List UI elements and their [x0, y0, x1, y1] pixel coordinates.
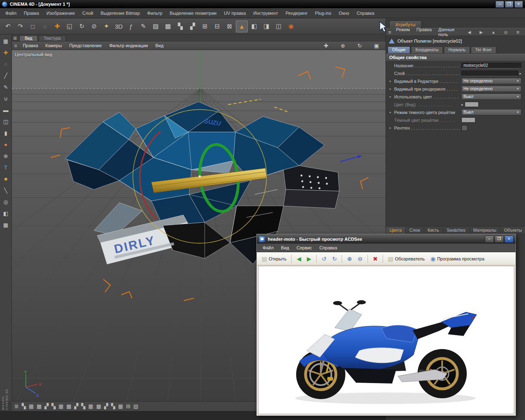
- rotate-tool-icon[interactable]: ↻: [76, 21, 88, 32]
- grid-array-icon[interactable]: ▦: [1, 37, 11, 46]
- vp-menu-display[interactable]: Представление: [66, 43, 105, 48]
- menu-plugins[interactable]: Plug-ins: [311, 11, 335, 16]
- axis-lock-icon[interactable]: ⊘: [88, 21, 100, 32]
- tab-coordinates[interactable]: Координаты: [411, 46, 443, 54]
- tab-phong[interactable]: Тег Фонг: [471, 46, 496, 54]
- forward-icon[interactable]: ▶: [476, 30, 486, 34]
- vp-menu-filter[interactable]: Фильтр индикации: [105, 43, 152, 48]
- checker-icon[interactable]: ▩: [162, 21, 174, 32]
- menu-help[interactable]: Справка: [353, 11, 378, 16]
- maximize-button[interactable]: ❐: [505, 1, 514, 8]
- uv-checker-icon[interactable]: ▚: [174, 21, 186, 32]
- minimize-button[interactable]: –: [495, 1, 504, 8]
- function-icon[interactable]: ƒ: [125, 21, 137, 32]
- open-button[interactable]: ▤Открыть: [259, 254, 289, 264]
- quad-view-icon[interactable]: ◫: [273, 21, 285, 32]
- split-right-icon[interactable]: ◨: [260, 21, 272, 32]
- layer-arrow-icon[interactable]: ▸: [519, 71, 521, 75]
- move-tool-icon[interactable]: ✚: [1, 48, 11, 57]
- texture-slot-15[interactable]: ⊞: [126, 403, 130, 409]
- acdsee-maximize-button[interactable]: ❐: [495, 235, 504, 243]
- tab-colors[interactable]: Цвета: [386, 227, 406, 234]
- pen-icon[interactable]: ✎: [1, 82, 11, 92]
- undo-icon[interactable]: ↶: [2, 21, 14, 32]
- layer-field[interactable]: [461, 71, 518, 76]
- tab-materials[interactable]: Материалы: [470, 227, 500, 234]
- texture-slot-3[interactable]: ▩: [37, 403, 41, 409]
- tab-layers[interactable]: Слои: [406, 227, 424, 234]
- texture-slot-8[interactable]: ▞: [74, 403, 78, 409]
- needle-icon[interactable]: ╲: [1, 186, 11, 195]
- texture-slot-7[interactable]: ▩: [66, 403, 71, 409]
- delete-button[interactable]: ✖: [370, 254, 380, 264]
- fill-icon[interactable]: ▮: [1, 128, 11, 138]
- vp-menu-cameras[interactable]: Камеры: [42, 43, 66, 48]
- menu-render[interactable]: Рендеринг: [282, 11, 311, 16]
- texture-slot-12[interactable]: ▞: [104, 403, 108, 409]
- vp-menu-edit[interactable]: Правка: [19, 43, 41, 48]
- tab-general[interactable]: Общие: [388, 46, 410, 54]
- acdsee-title-bar[interactable]: ◉ header-moto - Быстрый просмотр ACDSee …: [257, 234, 516, 244]
- texture-slot-11[interactable]: ▩: [96, 403, 101, 409]
- uv-grid-icon[interactable]: ▞: [187, 21, 199, 32]
- texture-slot-1[interactable]: ▚: [22, 403, 26, 409]
- menu-uv-edit[interactable]: UV правка: [220, 11, 250, 16]
- rotate-left-button[interactable]: ↺: [319, 254, 329, 264]
- text-tool-icon[interactable]: T: [1, 163, 11, 172]
- prev-image-button[interactable]: ◀: [294, 254, 304, 264]
- knife-icon[interactable]: ╱: [1, 71, 11, 80]
- attr-menu-mode[interactable]: Режим: [393, 27, 413, 37]
- attr-menu-userdata[interactable]: Данные поль: [435, 27, 464, 37]
- iron-icon[interactable]: ▬: [1, 105, 11, 115]
- texture-slot-5[interactable]: ▚: [52, 403, 56, 409]
- acdsee-menu-service[interactable]: Сервис: [293, 245, 316, 250]
- browser-button[interactable]: ▤Обозреватель: [386, 254, 427, 264]
- tab-swatches[interactable]: Swatches: [443, 227, 470, 234]
- texture-slot-13[interactable]: ▚: [111, 403, 115, 409]
- menu-filter[interactable]: Фильтр: [144, 11, 166, 16]
- texture-slot-6[interactable]: ▦: [59, 403, 64, 409]
- move-tool-icon[interactable]: ✚: [51, 21, 63, 32]
- layers-icon[interactable]: ≣: [14, 403, 19, 409]
- rotate-right-button[interactable]: ↻: [330, 254, 340, 264]
- name-input[interactable]: [461, 63, 521, 68]
- render-sphere-icon[interactable]: ◉: [285, 21, 297, 32]
- attr-menu-edit[interactable]: Правка: [413, 27, 435, 37]
- acdsee-menu-help[interactable]: Справка: [316, 245, 341, 250]
- close-button[interactable]: ×: [514, 1, 523, 8]
- menu-file[interactable]: Файл: [2, 11, 20, 16]
- back-icon[interactable]: ◀: [465, 30, 475, 34]
- scale-tool-icon[interactable]: ◱: [64, 21, 75, 32]
- next-image-button[interactable]: ▶: [304, 254, 314, 264]
- menu-edit[interactable]: Правка: [20, 11, 43, 16]
- mirror-icon[interactable]: ◫: [1, 117, 11, 126]
- viewer-button[interactable]: ◉Программа просмотра: [428, 254, 486, 264]
- menu-layer[interactable]: Слой: [79, 11, 97, 16]
- uv-tile-icon[interactable]: ⊞: [199, 21, 211, 32]
- acdsee-close-button[interactable]: ×: [504, 235, 514, 243]
- zoom-out-button[interactable]: ⊖: [355, 254, 365, 264]
- tab-brush[interactable]: Кисть: [424, 227, 443, 234]
- tab-objects[interactable]: Объекты: [500, 227, 525, 234]
- star-icon[interactable]: ★: [1, 174, 11, 184]
- pan-view-icon[interactable]: ✚: [319, 43, 333, 49]
- droplet-icon[interactable]: ●: [1, 140, 11, 149]
- texture-slot-14[interactable]: ▦: [118, 403, 123, 409]
- acdsee-minimize-button[interactable]: –: [485, 235, 494, 243]
- toggle-view-icon[interactable]: ▣: [370, 43, 383, 49]
- acdsee-menu-view[interactable]: Вид: [277, 245, 293, 250]
- magnet-icon[interactable]: ∪: [1, 94, 11, 103]
- redo-icon[interactable]: ↷: [14, 21, 26, 32]
- view-3d-icon[interactable]: 3D: [113, 21, 125, 32]
- uv-mapping-icon[interactable]: ⊠: [224, 21, 235, 32]
- use-color-dropdown[interactable]: Выкл ▼: [461, 94, 521, 100]
- lock-icon[interactable]: ◎: [501, 30, 511, 34]
- tab-texture[interactable]: Текстура: [39, 35, 66, 41]
- acdsee-image-view[interactable]: [258, 266, 514, 414]
- menu-geometry-selection[interactable]: Выделение геометрии: [166, 11, 220, 16]
- dark-grid-mode-dropdown[interactable]: Выкл ▼: [461, 109, 521, 115]
- live-select-icon[interactable]: ◌: [39, 21, 51, 32]
- stamp-tool-icon[interactable]: ▨: [150, 21, 162, 32]
- circle-select-icon[interactable]: ◌: [1, 59, 11, 69]
- zoom-view-icon[interactable]: ⊕: [336, 43, 350, 49]
